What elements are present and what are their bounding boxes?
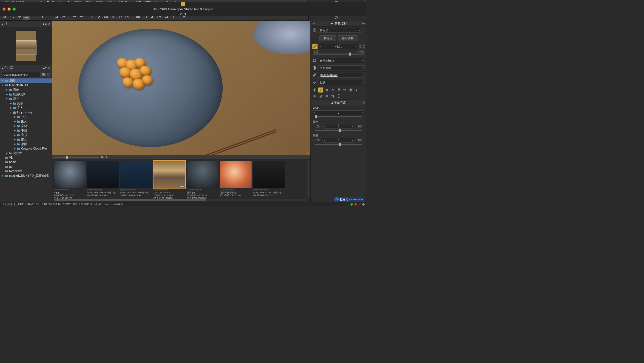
tree-item[interactable]: ▶资源库 (0, 151, 52, 155)
contrast-icon[interactable] (312, 66, 317, 70)
shadow-input[interactable]: 0 (323, 138, 354, 143)
exposure-value[interactable]: ◂+1.21▸ (319, 44, 358, 49)
folder-open-icon[interactable] (5, 66, 8, 70)
sun-icon[interactable] (312, 58, 317, 63)
crop-tool[interactable] (330, 94, 335, 99)
paragraph-tool[interactable] (336, 87, 341, 93)
highlight-input[interactable]: 0 (323, 124, 354, 129)
tree-item[interactable]: ▶音乐 (0, 133, 52, 137)
sharpen-tool[interactable] (330, 87, 335, 93)
tone-curve-tool[interactable] (318, 87, 323, 93)
thumbnail-card[interactable]: ★★★★★QQ20190128-002545@2x.jp2019/01/28 0… (87, 161, 119, 200)
pin-icon[interactable] (5, 22, 8, 26)
nav-prev-icon[interactable]: ◂ (312, 22, 316, 25)
tree-item[interactable]: ▶应用程序 (0, 92, 52, 97)
sparkle-tool[interactable] (312, 87, 317, 93)
expand-icon[interactable] (359, 44, 365, 49)
status-close-icon[interactable]: ✕ (358, 203, 361, 206)
status-flag-icon[interactable]: ▾ (347, 203, 349, 206)
sphere-tool[interactable] (324, 87, 329, 93)
filmstrip-scroll-h[interactable] (54, 199, 307, 201)
svg-rect-9 (20, 17, 21, 18)
init-button[interactable]: 初始化 (319, 35, 336, 41)
tree-item[interactable]: ▶桌面 (0, 142, 52, 146)
collapse-icon[interactable]: ▸≡ (361, 22, 365, 25)
dropper-icon[interactable] (312, 73, 317, 77)
nr-select[interactable]: 默认 (318, 80, 365, 85)
tone-select[interactable]: 平均对比 (318, 65, 365, 70)
hdr-input[interactable]: 0 (313, 110, 364, 115)
highlight-slider[interactable] (315, 130, 362, 131)
tree-item[interactable]: ▶系统 (0, 87, 52, 92)
gear-icon[interactable] (312, 28, 317, 32)
tree-item[interactable]: Recovery (0, 169, 52, 173)
close-panel-icon[interactable]: ✕ (48, 66, 51, 70)
reset-tool[interactable] (342, 87, 347, 93)
close-button[interactable] (3, 8, 6, 11)
auto-adjust-button[interactable]: 自动调整 (338, 35, 357, 41)
tree-item[interactable]: ▶Creative Cloud File (0, 146, 52, 151)
collapse-icon[interactable]: ▸≡ (363, 101, 365, 104)
exposure-slider[interactable] (313, 54, 364, 55)
filmstrip-scroll-v[interactable] (307, 161, 310, 197)
preset-select[interactable]: 自定义 (318, 28, 361, 33)
comment-icon[interactable] (10, 66, 13, 70)
status-red-icon[interactable] (354, 203, 357, 206)
svg-line-4 (337, 19, 338, 20)
color-select[interactable]: (自然标准颜色 (318, 73, 365, 78)
zoom-slider[interactable] (54, 157, 99, 158)
folder-tree[interactable]: ▼桌面▼Macintosh HD▶系统▶应用程序▼用户▶共享▶客人▼luojun… (0, 78, 52, 202)
status-text: 飞天资源论坛CR2 18/07/29 16:57:40.28 F6.3 1/10… (2, 202, 123, 206)
status-green-icon[interactable] (350, 203, 353, 206)
sync-tool[interactable] (336, 94, 341, 99)
add-preset-icon[interactable]: + (363, 28, 365, 32)
tree-item[interactable]: ▶影片 (0, 137, 52, 142)
wb-select[interactable]: 自动 (自然) (318, 58, 365, 63)
maximize-button[interactable] (13, 8, 16, 11)
shadow-tool[interactable] (354, 87, 359, 93)
spotlight-icon[interactable] (335, 16, 339, 21)
nav-prev-icon[interactable]: ◂ (2, 66, 3, 70)
tree-item[interactable]: ▶magixdv.SILKYPIX_DSPro9E (0, 173, 52, 178)
tree-item[interactable]: VM (0, 155, 52, 160)
close-panel-icon[interactable]: ✕ (48, 22, 51, 26)
tree-item[interactable]: ▼luojunsong (0, 110, 52, 115)
fish-tool[interactable] (312, 94, 317, 99)
tree-item[interactable]: home (0, 160, 52, 164)
tree-item[interactable]: ▶图片 (0, 119, 52, 124)
tree-item[interactable]: ▼用户 (0, 97, 52, 101)
tree-item[interactable]: ▼桌面 (0, 78, 52, 83)
thumbnail-card[interactable]: RAW★★★★★_MG_8724.CR22018/07/29 16:57:40F… (153, 161, 185, 200)
tree-item[interactable]: net (0, 164, 52, 169)
thumbnail-card[interactable]: ★★★★★飞天资源论坛.jpg2018/01/10 21:52:48 (220, 161, 252, 200)
status-gray-icon[interactable] (362, 203, 365, 206)
image-preview[interactable] (52, 21, 310, 155)
tree-item[interactable]: ▶客人 (0, 106, 52, 110)
tree-item[interactable]: ▼Macintosh HD (0, 83, 52, 87)
minimize-button[interactable] (8, 8, 11, 11)
noise-icon[interactable] (312, 80, 317, 85)
hdr-slider[interactable] (315, 116, 362, 117)
collapse-icon[interactable]: ▸≡ (43, 22, 47, 26)
thumbnail-card[interactable]: ★★★★★3.jpg2009/04/04 16:53:02F10 1/160 I… (54, 161, 86, 200)
exposure-icon[interactable] (312, 44, 318, 49)
refresh-icon[interactable] (47, 72, 51, 77)
tree-item[interactable]: ▶公共 (0, 115, 52, 119)
blur-tool[interactable] (324, 94, 329, 99)
navigator-thumbnail[interactable] (0, 27, 52, 65)
nav-prev-icon[interactable]: ◂ (2, 22, 3, 26)
folder-icon[interactable] (42, 72, 46, 77)
mixer-tool[interactable] (348, 87, 353, 93)
shadow-slider[interactable] (315, 144, 362, 145)
tree-item[interactable]: ▶共享 (0, 101, 52, 106)
camera-icon: 📷 (335, 197, 339, 201)
tree-item[interactable]: ▶下载 (0, 128, 52, 133)
tree-item[interactable]: ▶文稿 (0, 124, 52, 128)
pen-tool[interactable] (318, 94, 323, 99)
exposure-section-header: ◢ 曝光/亮度 ▸≡ (311, 100, 366, 106)
thumbnail-card[interactable]: ★★★★★测试.jpg2005/04/23 03:16:08F9.0 1/200… (187, 161, 218, 200)
collapse-icon[interactable]: ▸≡ (43, 66, 47, 70)
thumbnail-card[interactable]: ★★★★★QQ20190128-153225@2x.jp2019/01/28 1… (253, 161, 285, 200)
thumbnail-card[interactable]: ★★★★★QQ20190128-002935@2x.jp2019/01/28 0… (120, 161, 152, 200)
path-input[interactable] (2, 72, 41, 77)
